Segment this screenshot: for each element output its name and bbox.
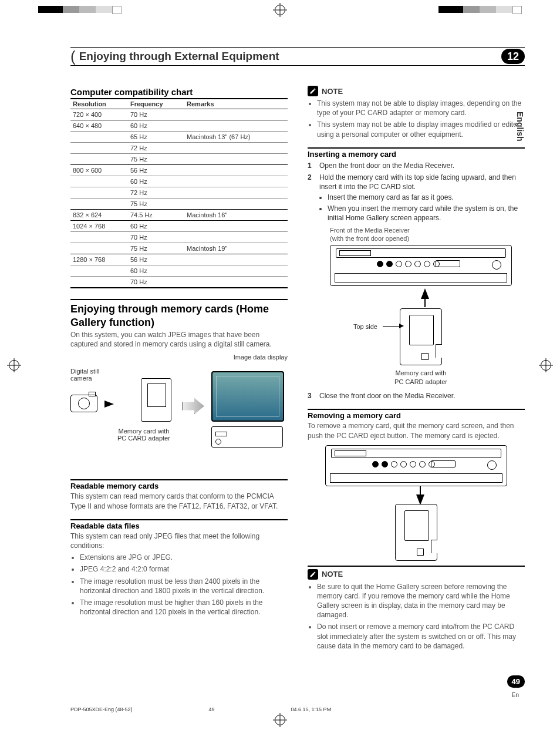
display-tv-icon: [211, 371, 284, 422]
media-receiver-icon: [211, 426, 283, 448]
note-header: NOTE: [308, 86, 525, 96]
pc-card-icon: [141, 378, 174, 422]
registration-mark-icon: [275, 5, 285, 15]
big-arrow-right-icon: [182, 398, 204, 414]
note-list: Be sure to quit the Home Gallery screen …: [308, 582, 525, 651]
camera-card-display-illustration: Digital still camera Memory card with PC…: [70, 365, 288, 471]
footer-page: 49: [209, 707, 215, 712]
list-item: The image resolution must be less than 2…: [80, 577, 288, 596]
home-gallery-heading: Enjoying through memory cards (Home Gall…: [70, 299, 288, 329]
insert-steps: Open the front door on the Media Receive…: [308, 161, 525, 401]
note-label: NOTE: [322, 570, 343, 578]
chapter-number: 12: [501, 49, 525, 64]
removing-para: To remove a memory card, quit the memory…: [308, 421, 525, 440]
pc-card-adapter-icon: [397, 308, 444, 365]
th-frequency: Frequency: [128, 99, 184, 109]
list-item: Insert the memory card as far as it goes…: [328, 193, 525, 202]
footer: PDP-505XDE-Eng (48-52) 49 04.6.15, 1:15 …: [70, 707, 525, 712]
compat-table: Resolution Frequency Remarks 720 × 40070…: [70, 98, 288, 288]
readable-cards-heading: Readable memory cards: [70, 479, 288, 490]
chapter-header: ( Enjoying through External Equipment 12: [70, 47, 525, 66]
insert-card-illustration: Top side Memory card with PC CARD adapte…: [330, 245, 525, 386]
receiver-caption: Front of the Media Receiver (with the fr…: [330, 226, 525, 243]
list-item: This system may not be able to display i…: [317, 99, 525, 117]
list-item: Do not insert or remove a memory card in…: [317, 622, 525, 651]
step-item: Open the front door on the Media Receive…: [308, 161, 525, 170]
list-item: The image resolution must be higher than…: [80, 598, 288, 617]
left-column: Computer compatibility chart Resolution …: [70, 86, 288, 655]
list-item: Be sure to quit the Home Gallery screen …: [317, 582, 525, 620]
list-item: This system may not be able to display i…: [317, 120, 525, 139]
step-item: Hold the memory card with its top side f…: [308, 173, 525, 386]
arrow-right-icon: [104, 401, 114, 408]
readable-files-para: This system can read only JPEG files tha…: [70, 531, 288, 550]
compat-heading: Computer compatibility chart: [70, 86, 288, 97]
pc-card-adapter-icon: [393, 504, 440, 561]
note-list: This system may not be able to display i…: [308, 99, 525, 139]
remove-card-illustration: [308, 445, 525, 561]
pencil-note-icon: [308, 569, 318, 580]
note-label: NOTE: [322, 87, 343, 96]
registration-mark-icon: [541, 360, 551, 371]
pencil-note-icon: [308, 86, 318, 96]
registration-mark-icon: [9, 360, 19, 371]
page-number-lang: En: [512, 692, 519, 698]
card-adapter-label: Memory card with PC CARD adapter: [330, 369, 512, 386]
readable-files-heading: Readable data files: [70, 519, 288, 530]
page-number-badge: 49: [507, 675, 525, 688]
home-gallery-para: On this system, you can watch JPEG image…: [70, 330, 288, 349]
note-header: NOTE: [308, 566, 525, 580]
camera-label: Digital still camera: [70, 368, 100, 382]
list-item: JPEG 4:2:2 and 4:2:0 format: [80, 564, 288, 574]
bracket-icon: (: [70, 50, 76, 63]
chapter-title: Enjoying through External Equipment: [79, 50, 501, 63]
top-side-label: Top side: [353, 322, 377, 331]
inserting-heading: Inserting a memory card: [308, 147, 525, 159]
camera-icon: [70, 395, 99, 412]
card-label: Memory card with PC CARD adapter: [117, 428, 170, 442]
media-receiver-front-icon: [325, 445, 507, 486]
footer-doc: PDP-505XDE-Eng (48-52): [70, 707, 133, 712]
language-tab: English: [515, 112, 525, 142]
media-receiver-front-icon: [330, 245, 512, 286]
step-item: Close the front door on the Media Receiv…: [308, 391, 525, 401]
readable-files-list: Extensions are JPG or JPEG. JPEG 4:2:2 a…: [70, 553, 288, 617]
list-item: When you insert the memory card while th…: [328, 204, 525, 223]
th-remarks: Remarks: [184, 99, 288, 109]
arrow-up-icon: [421, 288, 429, 299]
registration-mark-icon: [275, 715, 285, 725]
footer-date: 04.6.15, 1:15 PM: [291, 707, 332, 712]
readable-cards-para: This system can read memory cards that c…: [70, 492, 288, 510]
list-item: Extensions are JPG or JPEG.: [80, 553, 288, 562]
th-resolution: Resolution: [70, 99, 128, 109]
removing-heading: Removing a memory card: [308, 409, 525, 420]
display-label: Image data display: [70, 354, 288, 361]
right-column: NOTE This system may not be able to disp…: [308, 86, 525, 655]
